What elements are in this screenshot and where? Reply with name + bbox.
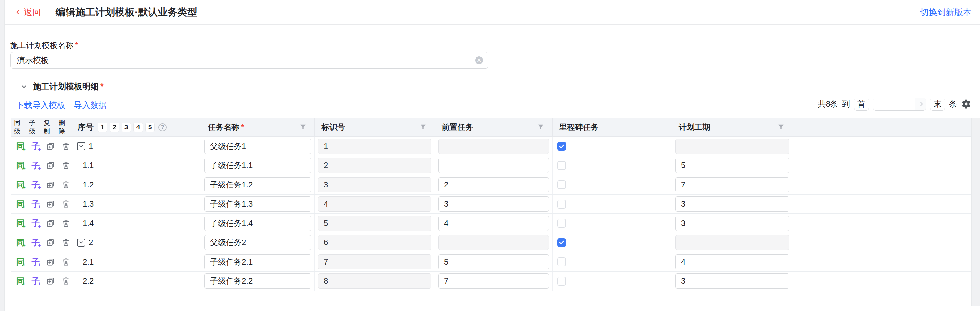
duration-input[interactable] <box>675 177 789 192</box>
add-sibling-button[interactable]: 同 + <box>16 276 25 287</box>
task-name-input[interactable] <box>205 216 311 231</box>
empty-cell <box>793 272 971 291</box>
add-child-button[interactable]: 子 + <box>30 160 40 171</box>
delete-button[interactable] <box>61 276 71 287</box>
seq-number: 1 <box>89 142 93 151</box>
table-row: 同 + 子 + <box>11 214 971 233</box>
milestone-cell <box>552 233 672 252</box>
filter-funnel-icon[interactable] <box>299 124 307 131</box>
milestone-checkbox[interactable] <box>557 199 566 209</box>
add-child-button[interactable]: 子 + <box>30 218 40 229</box>
filter-funnel-icon[interactable] <box>420 124 427 131</box>
milestone-checkbox[interactable] <box>557 277 566 285</box>
duration-input[interactable] <box>675 158 789 173</box>
predecessor-input[interactable] <box>438 273 549 289</box>
milestone-checkbox[interactable] <box>557 161 566 170</box>
task-name-input[interactable] <box>205 139 311 154</box>
delete-button[interactable] <box>61 256 71 268</box>
empty-cell <box>793 137 971 156</box>
milestone-checkbox[interactable] <box>557 238 566 247</box>
seq-level-3-button[interactable]: 3 <box>122 123 131 132</box>
help-icon[interactable]: ? <box>158 123 167 131</box>
chevron-down-icon[interactable] <box>21 83 28 90</box>
add-child-button[interactable]: 子 + <box>30 198 40 209</box>
copy-button[interactable] <box>46 141 56 152</box>
copy-button[interactable] <box>46 179 56 190</box>
task-id-input <box>318 177 431 192</box>
add-child-button[interactable]: 子 + <box>30 179 40 190</box>
header-add-sibling: 同级 <box>14 119 26 136</box>
milestone-checkbox[interactable] <box>557 219 566 228</box>
delete-button[interactable] <box>61 198 71 209</box>
import-data-link[interactable]: 导入数据 <box>74 100 107 111</box>
copy-button[interactable] <box>46 198 56 209</box>
delete-button[interactable] <box>61 237 71 248</box>
collapse-toggle-icon[interactable] <box>77 142 85 150</box>
add-sibling-button[interactable]: 同 + <box>16 256 25 268</box>
add-sibling-button[interactable]: 同 + <box>16 218 25 229</box>
milestone-cell <box>552 272 672 291</box>
copy-button[interactable] <box>46 237 56 248</box>
predecessor-cell <box>435 252 552 271</box>
header-row-actions: 同级 子级 复制 删除 <box>11 118 71 136</box>
copy-button[interactable] <box>46 218 56 229</box>
first-page-button[interactable]: 首 <box>854 97 869 111</box>
add-child-button[interactable]: 子 + <box>30 237 40 248</box>
milestone-checkbox[interactable] <box>557 257 566 266</box>
predecessor-cell <box>435 233 552 252</box>
task-name-input[interactable] <box>205 196 311 212</box>
milestone-checkbox[interactable] <box>557 142 566 151</box>
seq-level-2-button[interactable]: 2 <box>110 123 119 132</box>
predecessor-input[interactable] <box>438 216 549 231</box>
delete-button[interactable] <box>61 218 71 229</box>
gear-icon[interactable] <box>961 99 971 109</box>
task-name-input[interactable] <box>205 254 311 270</box>
download-import-template-link[interactable]: 下载导入模板 <box>16 100 65 111</box>
seq-cell: 1.3 <box>71 195 201 214</box>
copy-button[interactable] <box>46 276 56 287</box>
task-name-input[interactable] <box>205 273 311 289</box>
filter-funnel-icon[interactable] <box>537 124 544 131</box>
add-child-button[interactable]: 子 + <box>30 141 40 152</box>
back-button[interactable]: 返回 <box>15 6 41 18</box>
jump-page-input[interactable] <box>873 98 915 110</box>
add-sibling-button[interactable]: 同 + <box>16 160 25 171</box>
task-name-input[interactable] <box>205 235 311 250</box>
collapse-toggle-icon[interactable] <box>77 239 85 247</box>
delete-button[interactable] <box>61 141 71 152</box>
copy-button[interactable] <box>46 256 56 268</box>
milestone-checkbox[interactable] <box>557 180 566 189</box>
task-name-input[interactable] <box>205 158 311 173</box>
task-name-input[interactable] <box>205 177 311 192</box>
switch-version-link[interactable]: 切换到新版本 <box>920 6 971 18</box>
predecessor-input[interactable] <box>438 177 549 192</box>
delete-button[interactable] <box>61 179 71 190</box>
add-child-button[interactable]: 子 + <box>30 276 40 287</box>
seq-level-5-button[interactable]: 5 <box>146 123 154 132</box>
add-sibling-button[interactable]: 同 + <box>16 141 25 152</box>
copy-button[interactable] <box>46 160 56 171</box>
predecessor-input[interactable] <box>438 254 549 270</box>
copy-icon <box>46 257 56 267</box>
filter-funnel-icon[interactable] <box>778 124 785 131</box>
add-sibling-button[interactable]: 同 + <box>16 198 25 209</box>
duration-input[interactable] <box>675 254 789 270</box>
seq-level-1-button[interactable]: 1 <box>98 123 107 132</box>
jump-go-button[interactable] <box>915 98 926 110</box>
add-child-button[interactable]: 子 + <box>30 256 40 268</box>
clear-input-icon[interactable]: ✕ <box>475 56 483 64</box>
page: 返回 编辑施工计划模板·默认业务类型 切换到新版本 施工计划模板名称* ✕ 施工… <box>0 0 980 311</box>
add-sibling-button[interactable]: 同 + <box>16 237 25 248</box>
duration-input[interactable] <box>675 273 789 289</box>
delete-button[interactable] <box>61 160 71 171</box>
predecessor-input[interactable] <box>438 196 549 212</box>
add-sibling-button[interactable]: 同 + <box>16 179 25 190</box>
task-id-cell <box>315 233 435 252</box>
task-id-cell <box>315 156 435 175</box>
duration-input[interactable] <box>675 196 789 212</box>
last-page-button[interactable]: 末 <box>930 97 945 111</box>
template-name-input[interactable] <box>10 52 488 69</box>
duration-input[interactable] <box>675 216 789 231</box>
seq-level-4-button[interactable]: 4 <box>134 123 143 132</box>
predecessor-input[interactable] <box>438 158 549 173</box>
